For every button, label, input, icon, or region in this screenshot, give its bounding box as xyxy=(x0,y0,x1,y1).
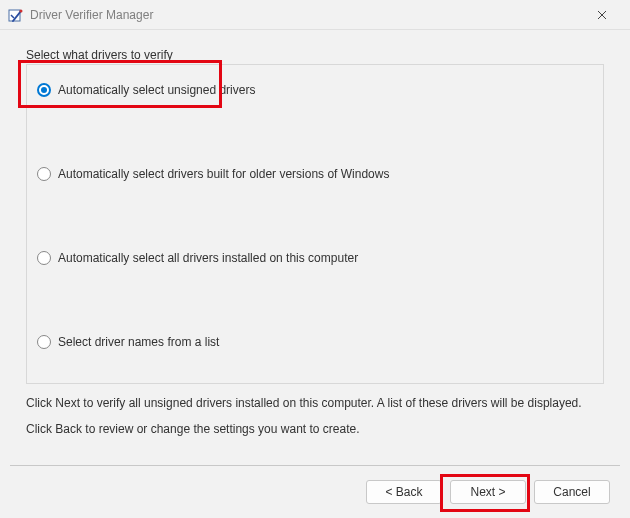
instruction-line-1: Click Next to verify all unsigned driver… xyxy=(26,396,604,410)
titlebar: Driver Verifier Manager xyxy=(0,0,630,30)
cancel-button[interactable]: Cancel xyxy=(534,480,610,504)
next-button[interactable]: Next > xyxy=(450,480,526,504)
radio-icon xyxy=(37,335,51,349)
footer-buttons: < Back Next > Cancel xyxy=(10,465,620,504)
radio-option-unsigned[interactable]: Automatically select unsigned drivers xyxy=(35,83,595,97)
radio-icon xyxy=(37,251,51,265)
radio-label: Select driver names from a list xyxy=(58,335,219,349)
radio-option-all-drivers[interactable]: Automatically select all drivers install… xyxy=(35,251,595,265)
svg-point-1 xyxy=(20,9,23,12)
back-button[interactable]: < Back xyxy=(366,480,442,504)
radio-label: Automatically select unsigned drivers xyxy=(58,83,255,97)
radio-icon xyxy=(37,167,51,181)
radio-label: Automatically select all drivers install… xyxy=(58,251,358,265)
radio-option-from-list[interactable]: Select driver names from a list xyxy=(35,335,595,349)
window-title: Driver Verifier Manager xyxy=(30,8,582,22)
radio-option-older-versions[interactable]: Automatically select drivers built for o… xyxy=(35,167,595,181)
radio-label: Automatically select drivers built for o… xyxy=(58,167,389,181)
section-label: Select what drivers to verify xyxy=(26,48,604,62)
options-group: Automatically select unsigned drivers Au… xyxy=(26,64,604,384)
instruction-line-2: Click Back to review or change the setti… xyxy=(26,422,604,436)
radio-icon xyxy=(37,83,51,97)
app-icon xyxy=(8,7,24,23)
content-area: Select what drivers to verify Automatica… xyxy=(0,30,630,436)
instructions: Click Next to verify all unsigned driver… xyxy=(26,396,604,436)
close-button[interactable] xyxy=(582,1,622,29)
